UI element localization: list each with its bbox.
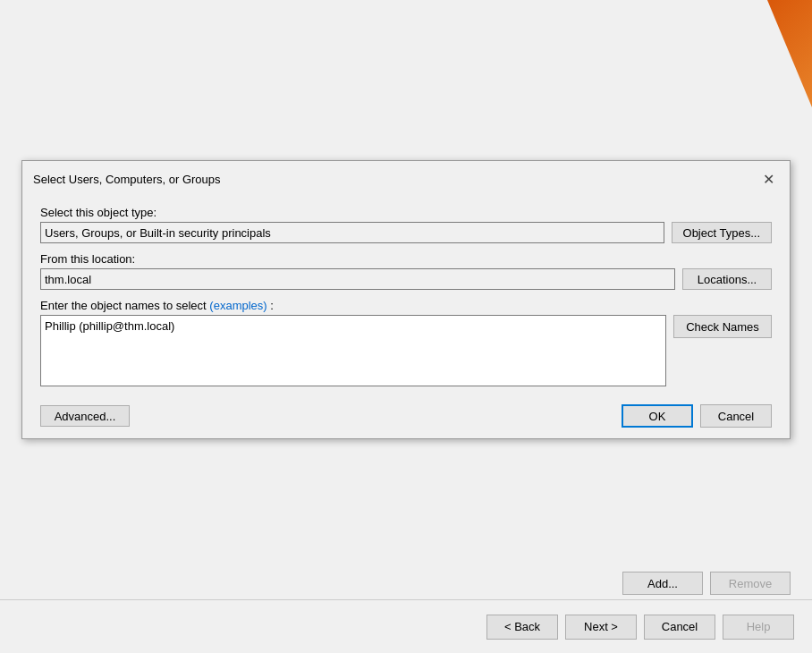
below-dialog-area: Add... Remove [622, 572, 791, 595]
wizard-cancel-button[interactable]: Cancel [644, 615, 715, 640]
object-type-row: Object Types... [40, 222, 772, 243]
remove-button[interactable]: Remove [710, 572, 791, 595]
object-types-button[interactable]: Object Types... [672, 222, 772, 243]
dialog-titlebar: Select Users, Computers, or Groups ✕ [22, 161, 790, 195]
back-button[interactable]: < Back [486, 615, 558, 640]
object-type-label: Select this object type: [40, 206, 772, 219]
location-label: From this location: [40, 252, 772, 266]
cancel-button[interactable]: Cancel [700, 404, 772, 428]
object-names-label: Enter the object names to select [40, 299, 207, 312]
close-button[interactable]: ✕ [757, 168, 779, 190]
object-names-colon: : [270, 299, 274, 312]
locations-button[interactable]: Locations... [682, 268, 772, 290]
select-users-dialog: Select Users, Computers, or Groups ✕ Sel… [21, 160, 791, 439]
ok-button[interactable]: OK [622, 404, 693, 428]
location-row: Locations... [40, 268, 772, 290]
examples-link[interactable]: (examples) [209, 299, 266, 312]
modal-overlay: Select Users, Computers, or Groups ✕ Sel… [0, 0, 812, 653]
dialog-footer: Advanced... OK Cancel [22, 401, 790, 438]
dialog-footer-left: Advanced... [40, 405, 130, 427]
dialog-footer-right: OK Cancel [622, 404, 772, 428]
location-input [40, 268, 675, 290]
wizard-bottom-bar: < Back Next > Cancel Help [0, 599, 812, 653]
check-names-button[interactable]: Check Names [673, 315, 772, 338]
object-names-group: Enter the object names to select (exampl… [40, 299, 772, 386]
object-type-group: Select this object type: Object Types... [40, 206, 772, 243]
help-button[interactable]: Help [723, 615, 794, 640]
add-button[interactable]: Add... [622, 572, 703, 595]
location-group: From this location: Locations... [40, 252, 772, 290]
dialog-body: Select this object type: Object Types...… [22, 195, 790, 401]
next-button[interactable]: Next > [565, 615, 637, 640]
object-names-area-row: Phillip (phillip@thm.local) Check Names [40, 315, 772, 386]
advanced-button[interactable]: Advanced... [40, 405, 130, 427]
object-type-input [40, 222, 664, 243]
object-names-label-row: Enter the object names to select (exampl… [40, 299, 772, 312]
object-names-textarea[interactable]: Phillip (phillip@thm.local) [40, 315, 666, 386]
dialog-title: Select Users, Computers, or Groups [33, 173, 221, 186]
